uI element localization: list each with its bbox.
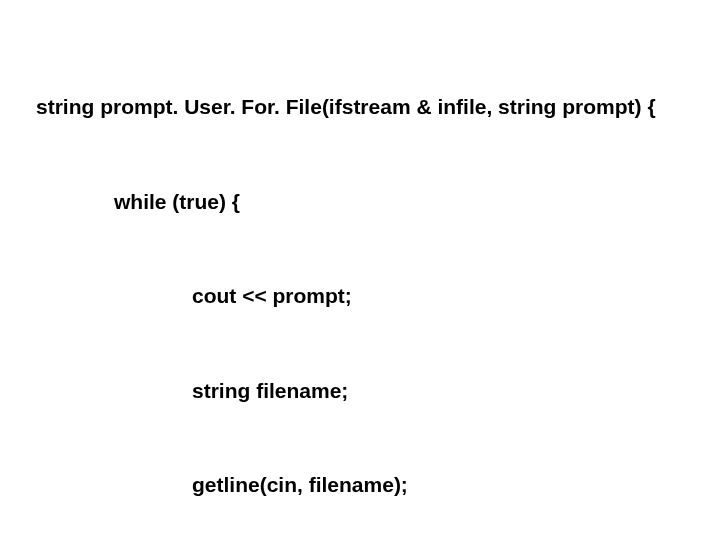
code-line: getline(cin, filename);: [36, 469, 720, 501]
code-line: cout << prompt;: [36, 280, 720, 312]
code-line: while (true) {: [36, 186, 720, 218]
code-line: string prompt. User. For. File(ifstream …: [36, 91, 720, 123]
code-snippet: string prompt. User. For. File(ifstream …: [36, 28, 720, 540]
code-line: string filename;: [36, 375, 720, 407]
